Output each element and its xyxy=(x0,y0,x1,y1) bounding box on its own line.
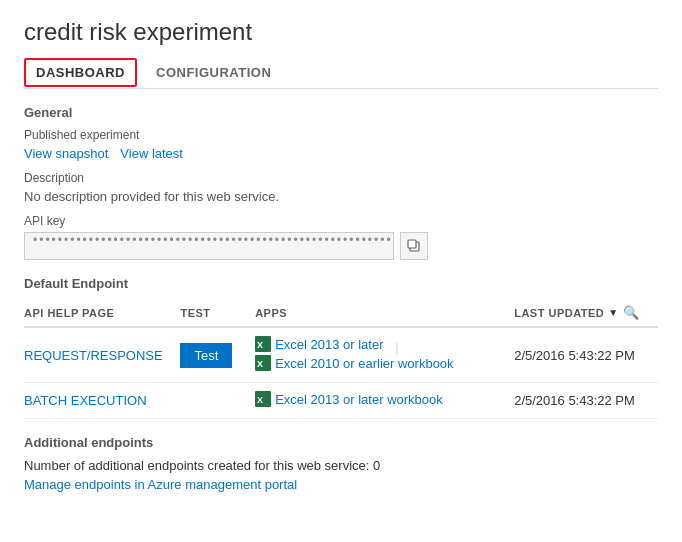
tab-bar: DASHBOARD CONFIGURATION xyxy=(24,56,658,89)
search-icon[interactable]: 🔍 xyxy=(623,305,640,320)
api-key-label: API key xyxy=(24,214,658,228)
view-snapshot-link[interactable]: View snapshot xyxy=(24,146,108,161)
svg-text:X: X xyxy=(257,340,263,350)
endpoint-table: API HELP PAGE TEST APPS LAST UPDATED ▼ 🔍 xyxy=(24,299,658,419)
manage-endpoints-link[interactable]: Manage endpoints in Azure management por… xyxy=(24,477,297,492)
apps-cell-row2: X Excel 2013 or later workbook xyxy=(255,383,514,419)
copy-icon xyxy=(407,239,421,253)
col-header-apps: APPS xyxy=(255,299,514,327)
additional-endpoints-section: Additional endpoints Number of additiona… xyxy=(24,435,658,492)
copy-api-key-button[interactable] xyxy=(400,232,428,260)
excel-2010-link[interactable]: X Excel 2010 or earlier workbook xyxy=(255,355,453,371)
excel-icon-3: X xyxy=(255,391,271,407)
last-updated-row2: 2/5/2016 5:43:22 PM xyxy=(514,383,658,419)
excel-icon: X xyxy=(255,336,271,352)
page-container: credit risk experiment DASHBOARD CONFIGU… xyxy=(0,0,682,532)
api-key-row: ••••••••••••••••••••••••••••••••••••••••… xyxy=(24,232,658,260)
default-endpoint-section: Default Endpoint API HELP PAGE TEST APPS xyxy=(24,276,658,419)
last-updated-row1: 2/5/2016 5:43:22 PM xyxy=(514,327,658,383)
api-help-batch-execution[interactable]: BATCH EXECUTION xyxy=(24,383,180,419)
svg-text:X: X xyxy=(257,359,263,369)
api-key-value: ••••••••••••••••••••••••••••••••••••••••… xyxy=(24,232,394,260)
description-text: No description provided for this web ser… xyxy=(24,189,658,204)
tab-dashboard[interactable]: DASHBOARD xyxy=(24,58,137,87)
published-experiment-label: Published experiment xyxy=(24,128,658,142)
col-header-test: TEST xyxy=(180,299,255,327)
sort-icon: ▼ xyxy=(608,307,618,318)
table-row: BATCH EXECUTION X Excel 2013 or later wo… xyxy=(24,383,658,419)
default-endpoint-label: Default Endpoint xyxy=(24,276,658,291)
published-experiment-block: Published experiment View snapshot View … xyxy=(24,128,658,161)
col-header-api-help-page: API HELP PAGE xyxy=(24,299,180,327)
apps-cell-row1: X Excel 2013 or later | X Excel 2010 or … xyxy=(255,327,514,383)
tab-configuration[interactable]: CONFIGURATION xyxy=(141,56,286,89)
api-help-request-response[interactable]: REQUEST/RESPONSE xyxy=(24,327,180,383)
separator: | xyxy=(395,340,398,355)
col-header-last-updated: LAST UPDATED ▼ 🔍 xyxy=(514,299,658,327)
description-block: Description No description provided for … xyxy=(24,171,658,204)
page-title: credit risk experiment xyxy=(24,18,658,46)
test-button[interactable]: Test xyxy=(180,343,232,368)
excel-icon-2: X xyxy=(255,355,271,371)
test-cell-empty xyxy=(180,383,255,419)
svg-text:X: X xyxy=(257,395,263,405)
description-label: Description xyxy=(24,171,658,185)
additional-endpoints-label: Additional endpoints xyxy=(24,435,658,450)
general-label: General xyxy=(24,105,658,120)
view-latest-link[interactable]: View latest xyxy=(120,146,183,161)
additional-endpoints-count: Number of additional endpoints created f… xyxy=(24,458,658,473)
svg-rect-1 xyxy=(408,240,416,248)
test-cell: Test xyxy=(180,327,255,383)
general-section: General Published experiment View snapsh… xyxy=(24,105,658,260)
api-key-block: API key ••••••••••••••••••••••••••••••••… xyxy=(24,214,658,260)
excel-2013-link[interactable]: X Excel 2013 or later xyxy=(255,336,383,352)
table-row: REQUEST/RESPONSE Test X Excel 2013 or la… xyxy=(24,327,658,383)
excel-2013-batch-link[interactable]: X Excel 2013 or later workbook xyxy=(255,391,443,407)
